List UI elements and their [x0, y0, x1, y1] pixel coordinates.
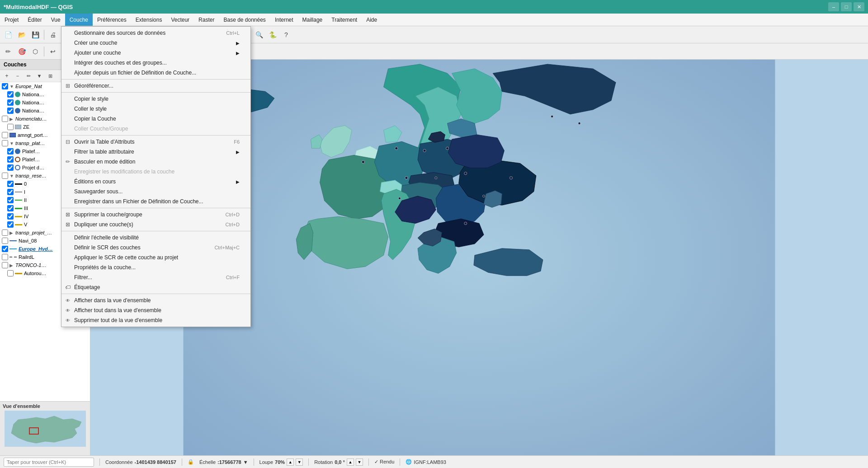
digitize-button[interactable]: ✏ — [2, 45, 14, 58]
dd-sauvegarder[interactable]: Sauvegarder sous... — [61, 187, 250, 197]
dd-afficher-vue[interactable]: 👁 Afficher dans la vue d'ensemble — [61, 295, 250, 305]
layer-europe-nat-checkbox[interactable] — [2, 83, 8, 89]
minimize-button[interactable]: – — [828, 2, 839, 11]
layer-platef2-checkbox[interactable] — [7, 156, 14, 163]
layer-ze-checkbox[interactable] — [7, 124, 14, 130]
search-input[interactable] — [4, 458, 94, 467]
menu-preferences[interactable]: Préférences — [93, 14, 131, 26]
rotation-dec-btn[interactable]: ▼ — [356, 459, 363, 466]
maximize-button[interactable]: □ — [841, 2, 852, 11]
dd-enregistrer-def[interactable]: Enregistrer dans un Fichier de Définitio… — [61, 197, 250, 206]
dd-copier-couche[interactable]: Copier la Couche — [61, 114, 250, 124]
layer-national2-icon — [15, 100, 20, 105]
layer-transp-projet-checkbox[interactable] — [2, 229, 8, 236]
edit-style-btn[interactable]: ✏ — [24, 71, 33, 81]
add-layer-btn[interactable]: + — [2, 71, 12, 81]
vertex-button[interactable]: ⬡ — [29, 45, 42, 58]
rotation-inc-btn[interactable]: ▲ — [347, 459, 354, 466]
dd-copier-style[interactable]: Copier le style — [61, 94, 250, 104]
layer-amngt-port-checkbox[interactable] — [2, 132, 8, 138]
dd-georef[interactable]: ⊞ Géoréférencer... — [61, 81, 250, 91]
layer-line3-label: III — [24, 206, 28, 211]
layer-projet-checkbox[interactable] — [7, 164, 14, 171]
layer-platef1-checkbox[interactable] — [7, 148, 14, 154]
menu-aide[interactable]: Aide — [362, 14, 382, 26]
layer-line2-checkbox[interactable] — [7, 197, 14, 203]
layer-europe-hyd-checkbox[interactable] — [2, 246, 8, 252]
dd-filtrer-table[interactable]: Filtrer la table attributaire ▶ — [61, 147, 250, 157]
menu-projet[interactable]: Projet — [0, 14, 23, 26]
dd-dupliquer[interactable]: ⊠ Dupliquer une couche(s) Ctrl+D — [61, 220, 250, 229]
menu-editer[interactable]: Éditer — [23, 14, 46, 26]
dd-creer[interactable]: Créer une couche ▶ — [61, 38, 250, 48]
dd-proprietes[interactable]: Propriétés de la couche... — [61, 262, 250, 272]
help-button[interactable]: ? — [280, 28, 292, 41]
close-button[interactable]: ✕ — [854, 2, 864, 11]
svg-point-11 — [435, 177, 437, 179]
dd-supprimer[interactable]: ⊠ Supprimer la couche/groupe Ctrl+D — [61, 210, 250, 220]
layer-national2-checkbox[interactable] — [7, 99, 14, 106]
layer-transp-rese-expander[interactable]: ▼ — [9, 173, 15, 178]
dd-afficher-tout[interactable]: 👁 Afficher tout dans la vue d'ensemble — [61, 305, 250, 315]
print-button[interactable]: 🖨 — [47, 28, 59, 41]
dd-editions[interactable]: Éditions en cours ▶ — [61, 177, 250, 187]
menu-vecteur[interactable]: Vecteur — [166, 14, 194, 26]
svg-point-5 — [423, 149, 426, 152]
dd-echelle[interactable]: Définir l'échelle de visibilité — [61, 233, 250, 243]
dd-ajouter-def[interactable]: Ajouter depuis un fichier de Définition … — [61, 68, 250, 78]
expand-all-btn[interactable]: ⊞ — [45, 71, 55, 81]
menu-vue[interactable]: Vue — [47, 14, 65, 26]
layer-tronco1-expander[interactable]: ▶ — [9, 263, 15, 268]
crs-item[interactable]: 🌐 IGNF:LAMB93 — [406, 459, 446, 465]
layer-line1-checkbox[interactable] — [7, 189, 14, 195]
menu-traitement[interactable]: Traitement — [327, 14, 362, 26]
menu-extensions[interactable]: Extensions — [131, 14, 167, 26]
echelle-dropdown-icon[interactable]: ▼ — [243, 459, 248, 465]
layer-europe-nat-expander[interactable]: ▼ — [9, 84, 15, 89]
dd-ouvrir-table[interactable]: ⊟ Ouvrir la Table d'Attributs F6 — [61, 137, 250, 147]
layer-line0-checkbox[interactable] — [7, 181, 14, 187]
undo-button[interactable]: ↩ — [47, 45, 59, 58]
menu-base-donnees[interactable]: Base de données — [219, 14, 270, 26]
dd-ajouter[interactable]: Ajouter une couche ▶ — [61, 48, 250, 58]
layer-autorou-checkbox[interactable] — [7, 270, 14, 276]
dd-etiquetage[interactable]: 🏷 Étiquetage — [61, 282, 250, 292]
menu-maillage[interactable]: Maillage — [298, 14, 327, 26]
layer-nomenclatu-expander[interactable]: ▶ — [9, 117, 15, 122]
search-magnify-button[interactable]: 🔍 — [253, 28, 265, 41]
dd-gestionnaire[interactable]: Gestionnaire des sources de données Ctrl… — [61, 28, 250, 38]
filter-layers-btn[interactable]: ▼ — [34, 71, 44, 81]
layer-transp-plate-checkbox[interactable] — [2, 140, 8, 146]
open-project-button[interactable]: 📂 — [15, 28, 28, 41]
snap-button[interactable]: 🎯 — [15, 45, 28, 58]
layer-line4-checkbox[interactable] — [7, 213, 14, 220]
layer-tronco1-checkbox[interactable] — [2, 262, 8, 268]
layer-line3-checkbox[interactable] — [7, 205, 14, 211]
loupe-inc-btn[interactable]: ▲ — [287, 459, 294, 466]
layer-line5-checkbox[interactable] — [7, 221, 14, 228]
dd-basculer[interactable]: ✏ Basculer en mode édition — [61, 157, 250, 167]
save-button[interactable]: 💾 — [29, 28, 42, 41]
layer-transp-plate-expander[interactable]: ▼ — [9, 141, 15, 146]
layer-transp-rese-checkbox[interactable] — [2, 173, 8, 179]
remove-layer-btn[interactable]: − — [13, 71, 23, 81]
menu-internet[interactable]: Internet — [270, 14, 298, 26]
dd-coller-style[interactable]: Coller le style — [61, 104, 250, 114]
layer-transp-projet-expander[interactable]: ▶ — [9, 230, 15, 235]
new-project-button[interactable]: 📄 — [2, 28, 14, 41]
menu-raster[interactable]: Raster — [194, 14, 219, 26]
dd-scr-couches[interactable]: Définir le SCR des couches Ctrl+Maj+C — [61, 243, 250, 253]
layer-nomenclatu-checkbox[interactable] — [2, 116, 8, 122]
menu-couche[interactable]: Couche — [65, 14, 93, 26]
dd-supprimer-vue[interactable]: 👁 Supprimer tout de la vue d'ensemble — [61, 315, 250, 325]
layer-national3-checkbox[interactable] — [7, 108, 14, 114]
dd-integrer[interactable]: Intégrer des couches et des groupes... — [61, 58, 250, 68]
dd-filtrer[interactable]: Filtrer... Ctrl+F — [61, 272, 250, 282]
layer-navi08-checkbox[interactable] — [2, 238, 8, 244]
layer-railrdl-checkbox[interactable] — [2, 254, 8, 260]
python-button[interactable]: 🐍 — [266, 28, 279, 41]
layer-national1-checkbox[interactable] — [7, 91, 14, 98]
dd-appliquer-scr[interactable]: Appliquer le SCR de cette couche au proj… — [61, 253, 250, 262]
loupe-dec-btn[interactable]: ▼ — [296, 459, 303, 466]
dd-coller-style-label: Coller le style — [74, 106, 107, 112]
